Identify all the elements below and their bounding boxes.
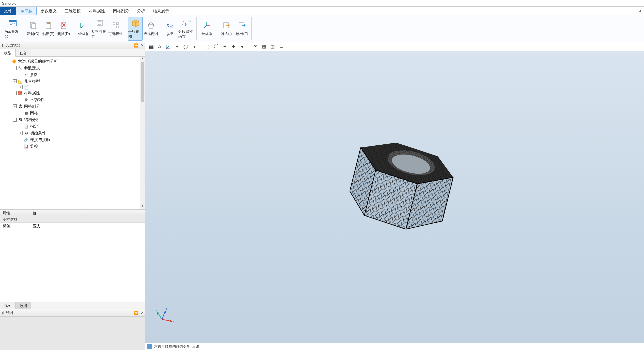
menu-tab-mesh[interactable]: 网格剖分: [109, 7, 133, 15]
tree-geom[interactable]: −📐几何模型: [13, 78, 144, 85]
tab-data[interactable]: 数据: [16, 302, 31, 309]
tree-struct-contact[interactable]: 🔗连接与接触: [19, 136, 144, 143]
expand-icon[interactable]: +: [19, 85, 23, 89]
selectable-button[interactable]: 可选择性: [108, 17, 123, 41]
export-button[interactable]: 导出(E): [234, 17, 249, 41]
copy-icon: [28, 21, 38, 30]
tree-struct-init[interactable]: +⊙初始条件: [19, 130, 144, 136]
axis-toggle-icon[interactable]: [165, 43, 172, 50]
pan-icon[interactable]: ✥: [230, 43, 237, 50]
view-cube-icon[interactable]: [147, 344, 152, 349]
delete-icon: [59, 21, 68, 30]
svg-line-39: [166, 46, 169, 49]
scroll-up-icon[interactable]: ▲: [140, 57, 145, 62]
print-icon[interactable]: 🖨: [156, 43, 163, 50]
perspective-view-button[interactable]: 透视视图: [143, 17, 158, 41]
bottom-tabs: 视图 数据: [0, 302, 145, 309]
camera-icon[interactable]: 📷: [147, 43, 155, 50]
tree-root[interactable]: 🔶六边形螺母的静力分析: [7, 58, 144, 65]
tree-mesh[interactable]: −🕸网格剖分: [13, 103, 144, 110]
collapse-icon[interactable]: −: [13, 118, 17, 122]
tree-material[interactable]: −🧱材料属性: [13, 90, 144, 96]
axis-button[interactable]: 坐标轴: [76, 17, 91, 41]
prop-val[interactable]: 应力: [30, 223, 43, 229]
part-icon: 📄: [24, 85, 29, 90]
svg-rect-6: [47, 22, 50, 24]
tree-geom-child[interactable]: +📄: [19, 85, 144, 90]
show-hide-icon[interactable]: 👁: [252, 43, 259, 50]
ribbon: APP App开发器 复制(C) 粘贴(P) 删除(D) 坐标轴 切换可见性 可…: [0, 15, 644, 42]
toggle-visibility-button[interactable]: 切换可见性: [92, 17, 108, 41]
import-button[interactable]: 导入(I): [219, 17, 234, 41]
circle-tool-icon[interactable]: ◯: [182, 43, 189, 50]
panel-pin-icon[interactable]: ⏩: [134, 311, 139, 315]
prop-row-label[interactable]: 标签 应力: [0, 223, 145, 229]
mesh-item-icon: ▦: [24, 111, 29, 115]
tab-view[interactable]: 视图: [0, 302, 16, 309]
menu-tab-main[interactable]: 主屏幕: [16, 7, 37, 15]
delete-button[interactable]: 删除(D): [56, 17, 71, 41]
tree-struct-monitor[interactable]: 📊监控: [19, 143, 144, 150]
axis-dropdown-icon[interactable]: ▾: [173, 43, 181, 50]
prop-col-attr: 属性: [0, 210, 30, 216]
tree-scrollbar[interactable]: ▲ ▼: [140, 57, 145, 209]
hex-nut-model[interactable]: [315, 124, 475, 257]
tree-param-item[interactable]: x₀参数: [19, 71, 144, 78]
zoom-fit-icon[interactable]: ⛶: [212, 43, 220, 50]
section-icon[interactable]: ▭: [278, 43, 285, 50]
model-tree[interactable]: 🔶六边形螺母的静力分析 −🔧参数定义 x₀参数 −📐几何模型 +📄 −🧱材料属性…: [0, 57, 145, 209]
collapse-icon[interactable]: −: [13, 79, 17, 83]
paste-button[interactable]: 粘贴(P): [41, 17, 56, 41]
svg-marker-25: [148, 22, 154, 28]
param-button[interactable]: X(t) 参数: [163, 17, 178, 41]
tab-task[interactable]: 任务: [16, 49, 31, 56]
tree-struct-assign[interactable]: 📋指定: [19, 123, 144, 130]
struct-icon: 🏗: [18, 117, 23, 122]
curve-panel-header: 曲线图 ⏩ ✕: [0, 309, 145, 317]
prop-key: 标签: [0, 223, 30, 229]
assign-icon: 📋: [24, 124, 29, 129]
collapse-icon[interactable]: −: [13, 66, 17, 70]
tab-model[interactable]: 模型: [0, 49, 16, 57]
tree-mesh-item[interactable]: ▦网格: [19, 110, 144, 116]
expand-icon[interactable]: +: [19, 131, 23, 135]
scroll-thumb[interactable]: [141, 62, 144, 102]
panel-pin-icon[interactable]: ⏩: [134, 43, 139, 48]
import-icon: [222, 21, 231, 30]
tree-param-def[interactable]: −🔧参数定义: [13, 65, 144, 71]
coord-button[interactable]: 坐标系: [199, 17, 214, 41]
zoom-window-icon[interactable]: ⬚: [204, 43, 211, 50]
piecewise-button[interactable]: f(x)+ 分段线性函数: [178, 17, 194, 41]
menubar: 文件 主屏幕 参数定义 三维建模 材料属性 网格剖分 分析 结果展示 ▲: [0, 7, 644, 15]
menu-tab-3d[interactable]: 三维建模: [61, 7, 85, 15]
mesh-display-icon[interactable]: ▦: [260, 43, 268, 50]
3d-canvas[interactable]: x y z: [145, 51, 644, 343]
ribbon-collapse-icon[interactable]: ▲: [639, 9, 642, 12]
panel-close-icon[interactable]: ✕: [141, 311, 144, 315]
collapse-icon[interactable]: −: [13, 104, 17, 108]
var-icon: x₀: [24, 72, 29, 77]
circle-dropdown-icon[interactable]: ▾: [191, 43, 198, 50]
svg-rect-1: [9, 20, 16, 22]
collapse-icon[interactable]: −: [13, 91, 17, 95]
menu-tab-results[interactable]: 结果展示: [149, 7, 173, 15]
tree-struct[interactable]: −🏗结构分析: [13, 116, 144, 123]
viewport: 📷 🖨 ▾ ◯ ▾ ⬚ ⛶ ✦ ✥ ▾ 👁 ▦ ◫ ▭: [145, 42, 644, 350]
tree-material-item[interactable]: ⚙不锈钢1: [19, 96, 144, 103]
copy-button[interactable]: 复制(C): [26, 17, 40, 41]
menu-tab-param[interactable]: 参数定义: [37, 7, 61, 15]
parallel-view-button[interactable]: 平行视图: [128, 17, 143, 41]
pan-dropdown-icon[interactable]: ▾: [238, 43, 246, 50]
menu-tab-analysis[interactable]: 分析: [133, 7, 149, 15]
panel-close-icon[interactable]: ✕: [141, 43, 144, 48]
svg-rect-18: [116, 23, 118, 25]
svg-text:+: +: [189, 19, 191, 24]
scroll-down-icon[interactable]: ▼: [140, 204, 145, 209]
menu-file[interactable]: 文件: [0, 7, 16, 15]
browser-tabs: 模型 任务: [0, 49, 145, 57]
geom-icon: 📐: [18, 79, 23, 84]
clip-icon[interactable]: ◫: [269, 43, 276, 50]
rotate-icon[interactable]: ✦: [221, 43, 228, 50]
app-developer-button[interactable]: APP App开发器: [5, 17, 21, 41]
menu-tab-material[interactable]: 材料属性: [85, 7, 109, 15]
